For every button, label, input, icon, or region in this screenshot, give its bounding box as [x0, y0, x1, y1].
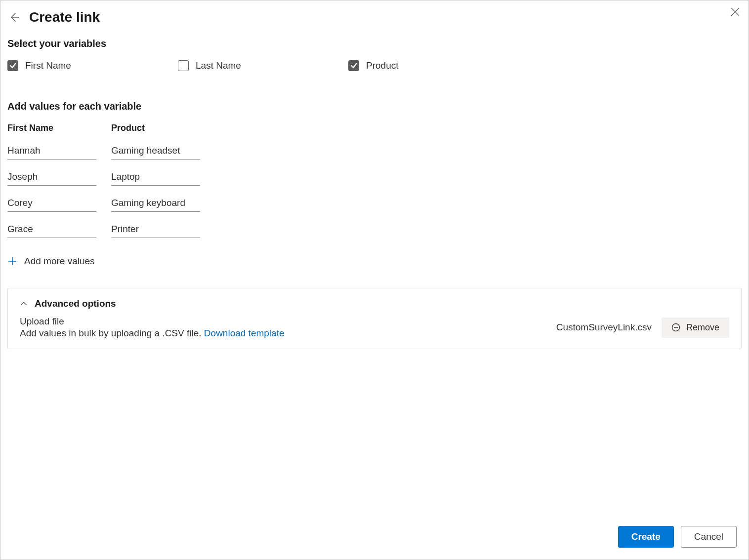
first-name-field[interactable] [7, 195, 96, 212]
add-values-heading: Add values for each variable [7, 101, 742, 112]
first-name-field[interactable] [7, 168, 96, 186]
values-table: First Name Product [7, 123, 742, 238]
product-field[interactable] [111, 195, 200, 212]
select-variables-heading: Select your variables [7, 38, 742, 49]
upload-file-title: Upload file [20, 316, 285, 327]
variable-label: Last Name [196, 60, 241, 71]
advanced-options-body: Upload file Add values in bulk by upload… [20, 316, 729, 339]
advanced-options-title: Advanced options [35, 298, 116, 309]
table-row [7, 221, 742, 238]
uploaded-filename: CustomSurveyLink.csv [556, 322, 652, 333]
create-link-panel: Create link Select your variables First … [0, 0, 749, 560]
download-template-link[interactable]: Download template [204, 328, 285, 338]
table-row [7, 142, 742, 160]
uploaded-file-row: CustomSurveyLink.csv Remove [556, 318, 729, 338]
variables-row: First Name Last Name Product [7, 60, 742, 71]
panel-footer: Create Cancel [0, 526, 749, 560]
column-header-product: Product [111, 123, 200, 133]
upload-description: Upload file Add values in bulk by upload… [20, 316, 285, 339]
plus-icon [7, 256, 17, 266]
values-header-row: First Name Product [7, 123, 742, 133]
create-button[interactable]: Create [618, 526, 674, 548]
chevron-up-icon [20, 300, 28, 308]
checkbox-first-name[interactable] [7, 60, 18, 71]
panel-content: Select your variables First Name Last Na… [0, 29, 749, 526]
first-name-field[interactable] [7, 221, 96, 238]
back-arrow-icon[interactable] [7, 11, 20, 24]
column-header-first-name: First Name [7, 123, 96, 133]
remove-label: Remove [686, 322, 719, 333]
product-field[interactable] [111, 221, 200, 238]
checkbox-product[interactable] [348, 60, 359, 71]
variable-first-name: First Name [7, 60, 178, 71]
upload-desc-text: Add values in bulk by uploading a .CSV f… [20, 328, 204, 338]
table-row [7, 195, 742, 212]
remove-file-button[interactable]: Remove [662, 318, 729, 338]
advanced-options-toggle[interactable]: Advanced options [20, 298, 729, 309]
table-row [7, 168, 742, 186]
values-section: Add values for each variable First Name … [7, 101, 742, 268]
variable-label: Product [366, 60, 398, 71]
variable-last-name: Last Name [178, 60, 348, 71]
variable-product: Product [348, 60, 519, 71]
first-name-field[interactable] [7, 142, 96, 160]
variable-label: First Name [25, 60, 71, 71]
checkbox-last-name[interactable] [178, 60, 189, 71]
page-title: Create link [29, 9, 100, 25]
product-field[interactable] [111, 142, 200, 160]
add-more-label: Add more values [24, 256, 95, 267]
advanced-options-card: Advanced options Upload file Add values … [7, 288, 742, 349]
upload-file-desc: Add values in bulk by uploading a .CSV f… [20, 328, 285, 339]
add-more-values-button[interactable]: Add more values [7, 256, 95, 267]
close-icon[interactable] [729, 5, 742, 18]
panel-header: Create link [0, 0, 749, 29]
cancel-button[interactable]: Cancel [681, 526, 737, 548]
product-field[interactable] [111, 168, 200, 186]
remove-circle-icon [671, 323, 680, 332]
